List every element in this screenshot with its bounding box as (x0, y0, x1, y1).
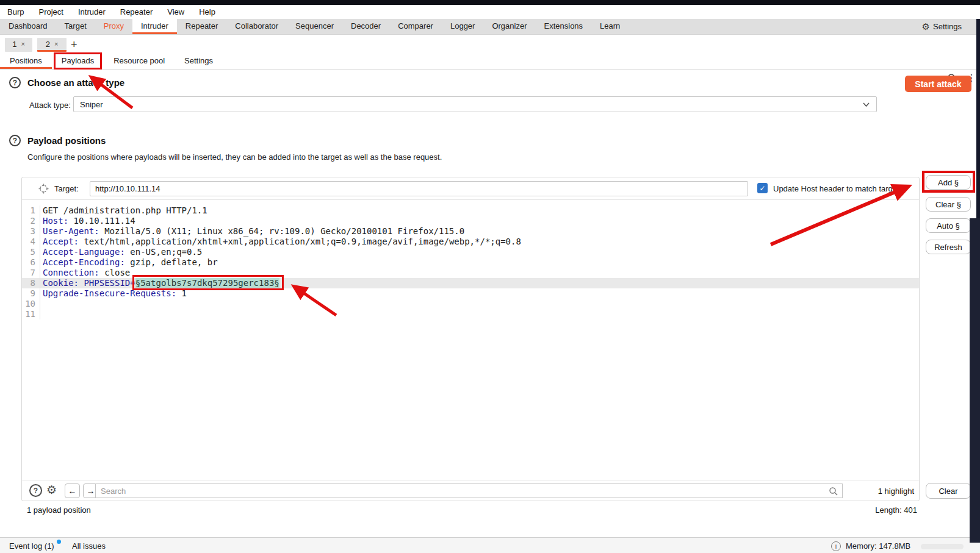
attack-type-value: Sniper (80, 100, 103, 109)
tab-comparer[interactable]: Comparer (389, 19, 442, 34)
payload-positions-panel: Target: ✓ Update Host header to match ta… (21, 177, 920, 501)
tab-collaborator[interactable]: Collaborator (226, 19, 287, 34)
update-host-label: Update Host header to match target (773, 184, 899, 193)
menu-item-help[interactable]: Help (192, 5, 223, 19)
attack-type-label: Attack type: (29, 101, 71, 110)
menu-item-repeater[interactable]: Repeater (113, 5, 160, 19)
tab-proxy[interactable]: Proxy (95, 19, 132, 34)
request-line: 7Connection: close (22, 268, 919, 278)
request-segment: Connection: (43, 268, 99, 277)
request-segment: close (99, 268, 131, 277)
gear-icon[interactable]: ⚙ (46, 483, 57, 497)
clear-section-button[interactable]: Clear § (926, 197, 971, 212)
payload-positions-description: Configure the positions where payloads w… (27, 152, 442, 162)
status-bar: Event log (1) All issues i Memory: 147.8… (0, 537, 980, 553)
request-line: 2Host: 10.10.111.14 (22, 216, 919, 226)
main-tabbar-tabs: DashboardTargetProxyIntruderRepeaterColl… (0, 19, 629, 34)
help-icon[interactable]: ? (9, 135, 21, 146)
doc-tab-1[interactable]: 1 × (5, 38, 32, 52)
settings-button[interactable]: ⚙ Settings (922, 19, 980, 34)
all-issues-button[interactable]: All issues (72, 541, 106, 551)
tab-repeater[interactable]: Repeater (177, 19, 226, 34)
tab-target[interactable]: Target (56, 19, 95, 34)
clear-search-button[interactable]: Clear (926, 483, 971, 499)
auto-section-button[interactable]: Auto § (926, 218, 971, 233)
main-tabbar: DashboardTargetProxyIntruderRepeaterColl… (0, 19, 980, 35)
request-editor[interactable]: 1GET /administration.php HTTP/1.12Host: … (22, 201, 919, 475)
request-segment: Cookie: (43, 278, 79, 288)
refresh-button[interactable]: Refresh (926, 240, 971, 254)
request-line-text: Host: 10.10.111.14 (40, 216, 135, 226)
tab-sequencer[interactable]: Sequencer (287, 19, 342, 34)
doc-tab-2[interactable]: 2 × (37, 38, 67, 52)
line-number: 5 (22, 247, 40, 257)
attack-doc-tabbar: 1 × 2 × + ⋮ (0, 35, 980, 54)
tab-decoder[interactable]: Decoder (342, 19, 389, 34)
request-segment: Accept-Language: (43, 247, 125, 257)
request-line: 4Accept: text/html,application/xhtml+xml… (22, 237, 919, 247)
line-number: 2 (22, 216, 40, 226)
close-icon[interactable]: × (54, 40, 58, 48)
request-line-text: Cookie: PHPSESSID=§5atgolbs7s7dkq57295ge… (40, 278, 279, 288)
start-attack-button[interactable]: Start attack (905, 76, 971, 92)
tab-extensions[interactable]: Extensions (536, 19, 592, 34)
request-line: 11 (22, 309, 919, 319)
request-line-text: Accept-Language: en-US,en;q=0.5 (40, 247, 202, 257)
previous-match-button[interactable]: ← (65, 483, 80, 498)
line-number: 1 (22, 205, 40, 216)
request-line: 9Upgrade-Insecure-Requests: 1 (22, 288, 919, 299)
new-tab-button[interactable]: + (71, 38, 77, 51)
request-line-text (40, 299, 43, 309)
event-log-button[interactable]: Event log (1) (9, 541, 54, 551)
request-segment: Upgrade-Insecure-Requests: (43, 288, 176, 298)
line-number: 10 (22, 299, 40, 309)
memory-bar (921, 544, 964, 549)
tab-organizer[interactable]: Organizer (483, 19, 535, 34)
background-window-edge (976, 19, 980, 218)
request-line: 10 (22, 299, 919, 309)
tab-dashboard[interactable]: Dashboard (0, 19, 56, 34)
tab-resource-pool[interactable]: Resource pool (104, 54, 175, 69)
tab-intruder[interactable]: Intruder (132, 19, 177, 34)
request-line-text: Connection: close (40, 268, 130, 278)
info-icon[interactable]: i (831, 541, 841, 551)
settings-label: Settings (933, 22, 962, 31)
request-line: 8Cookie: PHPSESSID=§5atgolbs7s7dkq57295g… (22, 278, 919, 288)
menu-item-intruder[interactable]: Intruder (71, 5, 113, 19)
line-number: 7 (22, 268, 40, 278)
request-line-text: Accept-Encoding: gzip, deflate, br (40, 257, 218, 268)
request-segment: Accept-Encoding: (43, 257, 125, 267)
target-url-input[interactable] (90, 181, 748, 196)
tab-learn[interactable]: Learn (591, 19, 629, 34)
highlight-count: 1 highlight (878, 487, 914, 496)
chevron-down-icon (862, 100, 870, 109)
search-input[interactable] (96, 484, 842, 498)
tab-positions[interactable]: Positions (0, 54, 52, 69)
menu-item-burp[interactable]: Burp (0, 5, 31, 19)
notification-dot (57, 540, 61, 544)
close-icon[interactable]: × (21, 40, 24, 48)
request-segment: gzip, deflate, br (125, 257, 218, 267)
payload-positions-heading: Payload positions (27, 135, 106, 146)
intruder-inner-tabbar: Positions Payloads Resource pool Setting… (0, 54, 980, 70)
request-line: 3User-Agent: Mozilla/5.0 (X11; Linux x86… (22, 226, 919, 237)
tab-settings[interactable]: Settings (175, 54, 223, 69)
editor-search-row: ? ⚙ ← → 1 highlight (22, 480, 919, 501)
doc-tab-2-label: 2 (46, 40, 50, 49)
payload-position-marker: §5atgolbs7s7dkq57295gerc183§ (135, 278, 279, 288)
line-number: 3 (22, 226, 40, 237)
tab-payloads[interactable]: Payloads (52, 54, 104, 69)
line-number: 9 (22, 288, 40, 299)
add-section-button[interactable]: Add § (926, 175, 971, 190)
help-icon[interactable]: ? (29, 484, 42, 497)
menu-item-project[interactable]: Project (31, 5, 70, 19)
menu-item-view[interactable]: View (160, 5, 192, 19)
request-segment: text/html,application/xhtml+xml,applicat… (79, 237, 521, 246)
target-label: Target: (54, 184, 79, 193)
tab-logger[interactable]: Logger (442, 19, 483, 34)
search-icon (829, 487, 838, 499)
gear-icon: ⚙ (922, 22, 930, 31)
help-icon[interactable]: ? (9, 77, 21, 88)
attack-type-select[interactable]: Sniper (73, 96, 877, 112)
update-host-checkbox[interactable]: ✓ (757, 183, 768, 193)
